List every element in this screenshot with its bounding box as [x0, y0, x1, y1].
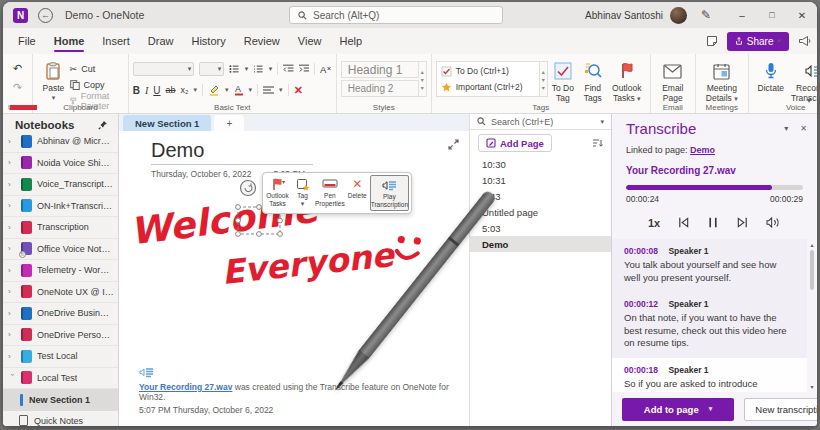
scrollbar-thumb[interactable] — [810, 250, 814, 290]
audio-file-icon[interactable] — [139, 367, 154, 380]
dictate-button[interactable]: Dictate — [753, 58, 789, 94]
megaphone-icon[interactable] — [798, 35, 811, 47]
mini-delete-button[interactable]: ✕ Delete — [345, 175, 370, 211]
delete-icon[interactable]: ✕ — [294, 84, 303, 97]
volume-icon[interactable] — [766, 216, 781, 229]
tab-help[interactable]: Help — [330, 28, 371, 54]
search-input[interactable]: Search (Alt+Q) — [289, 6, 503, 24]
bold-button[interactable]: B — [133, 85, 140, 96]
notebook-item[interactable]: › OneDrive Personal Test — [3, 325, 118, 347]
close-button[interactable]: ✕ — [787, 2, 817, 28]
styles-scroll[interactable]: ▴▾▾ — [419, 61, 427, 97]
share-button[interactable]: Share ▾ — [727, 32, 789, 51]
pane-options-icon[interactable]: ▾ — [784, 124, 788, 133]
notebook-item[interactable]: › Voice_Transcription Te... — [3, 174, 118, 196]
recording-link[interactable]: Your Recording 27.wav — [139, 382, 232, 392]
pin-icon[interactable] — [98, 120, 108, 130]
notebook-item[interactable]: › ON-Ink+Transcription — [3, 196, 118, 218]
subscript-button[interactable]: x₂ — [181, 85, 189, 95]
record-transcribe-button[interactable]: Record & Transcribe ▾ — [789, 58, 817, 104]
style-heading2[interactable]: Heading 2 — [341, 80, 419, 97]
notebook-item[interactable]: › OneDrive Business Test — [3, 303, 118, 325]
skip-back-icon[interactable] — [677, 216, 690, 229]
expand-icon[interactable] — [448, 139, 459, 150]
numbered-list-icon[interactable] — [253, 64, 264, 74]
todo-tag-button[interactable]: To Do Tag — [548, 58, 578, 104]
page-item[interactable]: 5:03 — [470, 220, 611, 236]
notebook-item[interactable]: › Test Local — [3, 346, 118, 368]
add-page-button[interactable]: Add Page — [478, 134, 552, 152]
scrollbar[interactable]: ▴ ▾ — [807, 239, 817, 392]
outlook-tasks-button[interactable]: Outlook Tasks ▾ — [608, 58, 646, 104]
collapse-ribbon-icon[interactable]: ▾ — [807, 96, 811, 105]
paragraph-align-icon[interactable] — [263, 86, 274, 95]
tab-home[interactable]: Home — [45, 28, 94, 54]
tab-draw[interactable]: Draw — [139, 28, 183, 54]
tag-todo[interactable]: To Do (Ctrl+1) — [441, 63, 535, 79]
maximize-button[interactable]: □ — [757, 2, 787, 28]
page-item[interactable]: Untitled page — [470, 204, 611, 220]
page-item-selected[interactable]: Demo — [470, 236, 611, 252]
scroll-up-icon[interactable]: ▴ — [810, 241, 813, 248]
transcript-segments[interactable]: 00:00:08 Speaker 1 You talk about yourse… — [612, 239, 817, 392]
transcript-segment[interactable]: 00:00:08 Speaker 1 You talk about yourse… — [612, 239, 807, 292]
transcript-segment-active[interactable]: 00:00:18 Speaker 1 So if you are asked t… — [612, 358, 807, 392]
tab-insert[interactable]: Insert — [93, 28, 139, 54]
avatar[interactable] — [670, 7, 687, 24]
notebook-item[interactable]: › Telemetry - Word Mo... — [3, 260, 118, 282]
email-page-button[interactable]: Email Page — [655, 58, 691, 104]
indent-decrease-icon[interactable] — [283, 64, 294, 74]
redo-icon[interactable]: ↷ — [13, 81, 22, 94]
pen-mode-icon[interactable]: ✎ — [701, 8, 711, 22]
page-item[interactable]: 10:31 — [470, 172, 611, 188]
sticky-note-icon[interactable] — [706, 35, 718, 47]
italic-button[interactable]: I — [145, 85, 148, 96]
notebook-item[interactable]: › OneNote UX @ IDC — [3, 282, 118, 304]
pause-icon[interactable] — [707, 216, 719, 229]
scroll-down-icon[interactable]: ▾ — [810, 383, 813, 390]
sort-icon[interactable] — [592, 138, 603, 148]
sidebar-section-new-section-1[interactable]: New Section 1 — [3, 389, 118, 411]
find-tags-button[interactable]: Find Tags — [578, 58, 608, 104]
page-canvas[interactable]: Demo Thursday, October 6, 20225:05 PM ▾ … — [119, 131, 469, 426]
tab-view[interactable]: View — [289, 28, 331, 54]
tags-scroll[interactable]: ▴▾▾ — [540, 61, 548, 97]
meeting-details-button[interactable]: Meeting Details ▾ — [700, 58, 744, 104]
skip-forward-icon[interactable] — [736, 216, 749, 229]
add-to-page-button[interactable]: Add to page ▾ — [622, 398, 734, 421]
new-transcription-button[interactable]: New transcription — [744, 398, 817, 421]
playback-speed-button[interactable]: 1x — [648, 217, 660, 229]
tag-important[interactable]: Important (Ctrl+2) — [441, 79, 535, 95]
notebook-item-expanded[interactable]: › Local Test — [3, 368, 118, 390]
mini-outlook-tasks-button[interactable]: ▾ Outlook Tasks — [265, 175, 290, 211]
mini-play-transcription-button[interactable]: Play Transcription — [370, 175, 409, 211]
add-section-tab[interactable]: + — [214, 115, 244, 131]
copy-button[interactable]: Copy — [70, 78, 124, 91]
tab-review[interactable]: Review — [235, 28, 289, 54]
style-heading1[interactable]: Heading 1 — [341, 61, 419, 78]
bullet-list-icon[interactable] — [229, 64, 240, 74]
page-item[interactable]: 10:30 — [470, 156, 611, 172]
cut-button[interactable]: ✂Cut — [70, 62, 124, 75]
font-color-icon[interactable]: A — [234, 84, 244, 96]
clear-formatting-icon[interactable]: A — [320, 64, 331, 75]
font-name-select[interactable]: ▾ — [133, 62, 194, 76]
section-tab-new-section-1[interactable]: New Section 1 — [123, 115, 211, 131]
notebook-item[interactable]: › Transcription — [3, 217, 118, 239]
pane-close-icon[interactable]: ✕ — [800, 124, 807, 133]
tab-file[interactable]: File — [9, 28, 45, 54]
paste-button[interactable]: Paste ▾ — [37, 58, 69, 102]
indent-increase-icon[interactable] — [299, 64, 310, 74]
mini-pen-properties-button[interactable]: Pen Properties — [315, 175, 345, 211]
minimize-button[interactable]: – — [727, 2, 757, 28]
notebook-item[interactable]: › Noida Voice Shiproom — [3, 153, 118, 175]
page-title[interactable]: Demo — [151, 139, 204, 162]
mini-tag-button[interactable]: Tag▾ — [290, 175, 315, 211]
page-search-input[interactable]: Search (Ctrl+E) ▾ — [470, 114, 611, 130]
linked-page-link[interactable]: Demo — [690, 145, 715, 155]
font-size-select[interactable]: ▾ — [199, 62, 224, 76]
back-button[interactable]: ← — [38, 8, 53, 23]
notebook-item[interactable]: › Abhinav @ Microsoft — [3, 131, 118, 153]
page-item[interactable]: 3:43 — [470, 188, 611, 204]
highlight-icon[interactable] — [208, 84, 220, 96]
